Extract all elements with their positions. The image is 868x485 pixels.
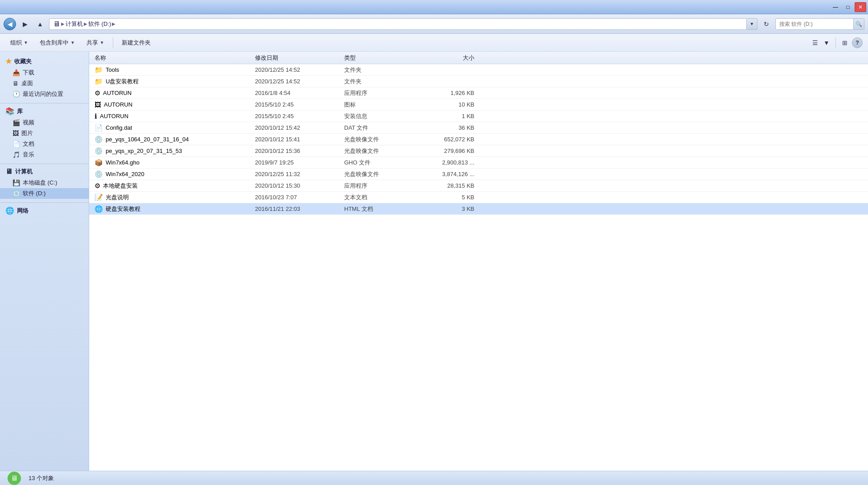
search-box: 🔍 [775,18,864,30]
file-type-cell: GHO 文件 [342,159,423,167]
sidebar-network-header[interactable]: 🌐 网络 [0,205,89,217]
table-row[interactable]: ⚙ AUTORUN 2016/1/8 4:54 应用程序 1,926 KB [89,87,868,99]
sidebar-item-recent[interactable]: 🕐 最近访问的位置 [0,89,89,99]
table-row[interactable]: 📁 U盘安装教程 2020/12/25 14:52 文件夹 [89,76,868,87]
table-row[interactable]: 💿 pe_yqs_xp_20_07_31_15_53 2020/10/12 15… [89,145,868,157]
recent-icon: 🕐 [12,90,20,98]
file-name-cell: 🌐 硬盘安装教程 [93,205,253,213]
sidebar-local-c-label: 本地磁盘 (C:) [23,179,57,187]
titlebar: — □ ✕ [0,0,868,14]
up-button[interactable]: ▲ [34,18,46,30]
table-row[interactable]: 🖼 AUTORUN 2015/5/10 2:45 图标 10 KB [89,99,868,111]
sidebar-music-label: 音乐 [23,151,34,159]
file-name-cell: 📝 光盘说明 [93,193,253,201]
file-type-icon: ⚙ [95,182,100,190]
file-name-text: pe_yqs_1064_20_07_31_16_04 [106,136,189,143]
file-type-icon: 💿 [95,136,103,144]
sidebar-favorites-header[interactable]: ★ 收藏夹 [0,55,89,67]
forward-button[interactable]: ▶ [19,18,31,30]
file-date-cell: 2020/12/25 11:32 [253,171,342,177]
file-type-icon: 💿 [95,147,103,155]
file-size-cell: 1,926 KB [423,90,476,96]
table-row[interactable]: 🌐 硬盘安装教程 2016/11/21 22:03 HTML 文档 3 KB [89,203,868,215]
address-path[interactable]: 🖥 ▶ 计算机 ▶ 软件 (D:) ▶ [49,18,747,30]
table-row[interactable]: 📦 Win7x64.gho 2019/9/7 19:25 GHO 文件 2,90… [89,157,868,169]
sidebar-network-section: 🌐 网络 [0,205,89,217]
preview-pane-button[interactable]: ⊞ [839,37,850,48]
column-name-header[interactable]: 名称 [93,54,253,62]
minimize-button[interactable]: — [830,2,841,12]
file-name-cell: 💿 pe_yqs_1064_20_07_31_16_04 [93,136,253,144]
file-name-cell: 💿 pe_yqs_xp_20_07_31_15_53 [93,147,253,155]
table-row[interactable]: 💿 pe_yqs_1064_20_07_31_16_04 2020/10/12 … [89,134,868,145]
file-name-cell: 📦 Win7x64.gho [93,159,253,167]
column-size-header[interactable]: 大小 [423,54,476,62]
file-size-cell: 28,315 KB [423,182,476,189]
file-name-cell: 📁 Tools [93,66,253,74]
addressbar: ◀ ▶ ▲ 🖥 ▶ 计算机 ▶ 软件 (D:) ▶ ▼ ↻ 🔍 [0,14,868,34]
column-headers: 名称 修改日期 类型 大小 [89,52,868,64]
help-button[interactable]: ? [852,37,863,48]
sidebar-desktop-label: 桌面 [21,79,33,87]
maximize-button[interactable]: □ [842,2,854,12]
sidebar-item-video[interactable]: 🎬 视频 [0,117,89,128]
file-name-cell: 📁 U盘安装教程 [93,78,253,86]
new-folder-label: 新建文件夹 [122,39,151,47]
file-size-cell: 2,900,813 ... [423,159,476,166]
organize-arrow-icon: ▼ [24,40,28,45]
sidebar-item-desktop[interactable]: 🖥 桌面 [0,78,89,89]
sidebar-item-downloads[interactable]: 📥 下载 [0,67,89,78]
table-row[interactable]: 📝 光盘说明 2016/10/23 7:07 文本文档 5 KB [89,192,868,203]
path-drive[interactable]: 软件 (D:) [88,20,111,28]
file-type-cell: 文件夹 [342,78,423,86]
status-logo: 🖥 [8,472,21,485]
share-button[interactable]: 共享 ▼ [82,36,109,49]
new-folder-button[interactable]: 新建文件夹 [117,36,156,49]
file-type-cell: HTML 文档 [342,205,423,213]
file-size-cell: 652,072 KB [423,136,476,143]
table-row[interactable]: ⚙ 本地硬盘安装 2020/10/12 15:30 应用程序 28,315 KB [89,180,868,192]
main-container: ★ 收藏夹 📥 下载 🖥 桌面 🕐 最近访问的位置 📚 库 [0,52,868,471]
sidebar-network-label: 网络 [17,207,29,215]
table-row[interactable]: 📁 Tools 2020/12/25 14:52 文件夹 [89,64,868,76]
view-dropdown-button[interactable]: ▼ [821,37,832,48]
view-list-button[interactable]: ☰ [810,37,820,48]
file-name-text: Win7x64_2020 [106,171,144,177]
include-library-button[interactable]: 包含到库中 ▼ [35,36,80,49]
file-name-text: Tools [106,66,119,73]
file-size-cell: 1 KB [423,113,476,119]
sidebar-computer-header[interactable]: 🖥 计算机 [0,166,89,177]
organize-button[interactable]: 组织 ▼ [5,36,33,49]
file-date-cell: 2020/10/12 15:36 [253,148,342,154]
address-dropdown-button[interactable]: ▼ [747,18,757,30]
sidebar-item-document[interactable]: 📄 文档 [0,139,89,149]
column-type-header[interactable]: 类型 [342,54,423,62]
table-row[interactable]: ℹ AUTORUN 2015/5/10 2:45 安装信息 1 KB [89,111,868,122]
sidebar-library-header[interactable]: 📚 库 [0,105,89,117]
sidebar-item-music[interactable]: 🎵 音乐 [0,149,89,160]
search-button[interactable]: 🔍 [853,18,864,30]
toolbar: 组织 ▼ 包含到库中 ▼ 共享 ▼ 新建文件夹 ☰ ▼ ⊞ ? [0,34,868,52]
file-type-cell: DAT 文件 [342,124,423,132]
search-input[interactable] [776,21,853,27]
file-type-icon: 💿 [95,170,103,178]
file-name-text: Config.dat [106,124,132,131]
sidebar-item-local-c[interactable]: 💾 本地磁盘 (C:) [0,177,89,188]
file-type-icon: 📄 [95,124,103,132]
sidebar-item-drive-d[interactable]: 💿 软件 (D:) [0,188,89,199]
close-button[interactable]: ✕ [855,2,866,12]
refresh-button[interactable]: ↻ [760,18,773,30]
file-type-cell: 应用程序 [342,182,423,190]
file-name-cell: ⚙ AUTORUN [93,89,253,97]
file-date-cell: 2020/12/25 14:52 [253,66,342,73]
back-button[interactable]: ◀ [4,18,16,30]
path-computer[interactable]: 计算机 [66,20,83,28]
file-date-cell: 2016/10/23 7:07 [253,194,342,201]
file-type-cell: 光盘映像文件 [342,147,423,155]
column-date-header[interactable]: 修改日期 [253,54,342,62]
table-row[interactable]: 💿 Win7x64_2020 2020/12/25 11:32 光盘映像文件 3… [89,169,868,180]
file-type-cell: 光盘映像文件 [342,136,423,144]
table-row[interactable]: 📄 Config.dat 2020/10/12 15:42 DAT 文件 36 … [89,122,868,134]
document-icon: 📄 [12,140,20,148]
sidebar-item-image[interactable]: 🖼 图片 [0,128,89,139]
